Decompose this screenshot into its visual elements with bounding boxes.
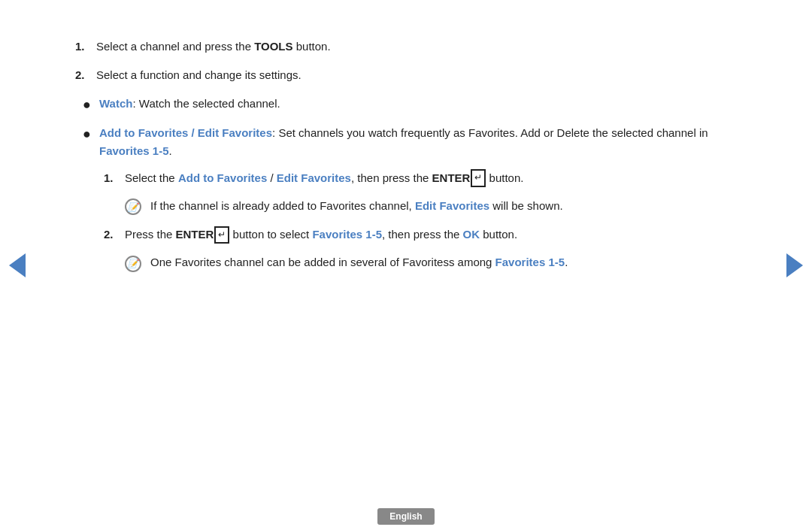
favorites-1-5-link-c: Favorites 1-5 [495,256,565,268]
note-2-text: One Favorites channel can be added in se… [146,253,568,271]
note-1: 📝 If the channel is already added to Fav… [125,197,737,216]
add-edit-favorites-link: Add to Favorites / Edit Favorites [99,126,272,139]
step-1-text: Select a channel and press the TOOLS but… [96,38,331,56]
step-1: 1. Select a channel and press the TOOLS … [75,38,737,56]
nested-section: 1. Select the Add to Favorites / Edit Fa… [75,169,737,272]
favorites-1-5-link-b: Favorites 1-5 [312,228,382,241]
bullet-favorites-text: Add to Favorites / Edit Favorites: Set c… [99,124,737,160]
page-container: 1. Select a channel and press the TOOLS … [0,0,812,530]
nested-step-1: 1. Select the Add to Favorites / Edit Fa… [104,169,737,188]
bullet-favorites: ● Add to Favorites / Edit Favorites: Set… [75,124,737,160]
nested-step-2-number: 2. [104,226,125,244]
bottom-bar: English [0,503,812,530]
nav-arrow-right[interactable] [786,253,803,277]
bullet-dot-watch: ● [83,95,99,115]
nested-step-2-text: Press the ENTER↵ button to select Favori… [125,226,517,244]
note-2: 📝 One Favorites channel can be added in … [125,253,737,272]
bullet-dot-favorites: ● [83,124,99,144]
language-badge: English [377,508,434,525]
step-1-number: 1. [75,38,96,56]
note-icon-inner-1: 📝 [125,198,141,215]
step-2-number: 2. [75,66,96,84]
nested-step-1-number: 1. [104,169,125,187]
nested-step-1-text: Select the Add to Favorites / Edit Favor… [125,169,523,188]
edit-favorites-link: Edit Favorites [277,171,351,184]
bullet-watch-text: Watch: Watch the selected channel. [99,95,280,113]
note-icon-inner-2: 📝 [125,256,141,272]
note-icon-1: 📝 [125,197,146,216]
step-2: 2. Select a function and change its sett… [75,66,737,84]
favorites-1-5-link-a: Favorites 1-5 [99,144,169,157]
add-favorites-link: Add to Favorites [178,171,267,184]
edit-favorites-note-link: Edit Favorites [415,199,489,212]
nav-arrow-left[interactable] [9,253,26,277]
note-icon-2: 📝 [125,253,146,272]
watch-link: Watch [99,97,132,110]
bullet-watch: ● Watch: Watch the selected channel. [75,95,737,115]
step-2-text: Select a function and change its setting… [96,66,301,84]
note-1-text: If the channel is already added to Favor… [146,197,563,215]
content-area: 1. Select a channel and press the TOOLS … [75,23,737,272]
ok-link: OK [463,228,480,241]
nested-step-2: 2. Press the ENTER↵ button to select Fav… [104,226,737,244]
